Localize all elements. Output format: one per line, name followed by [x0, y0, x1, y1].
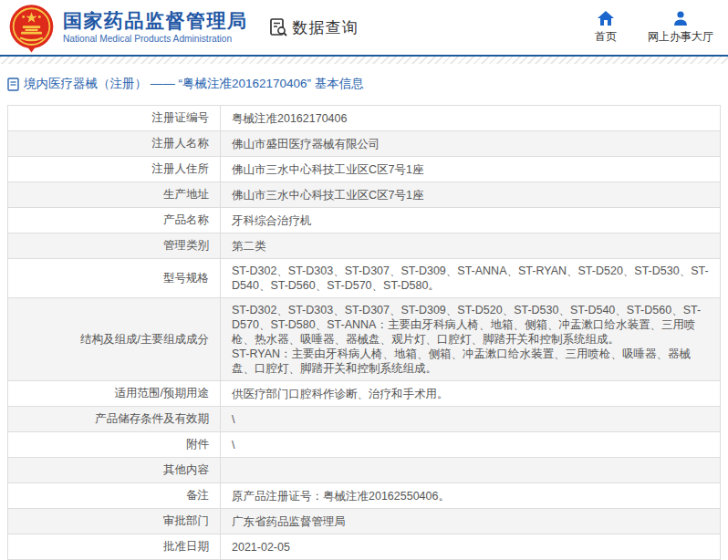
table-row: 注册人名称佛山市盛田医疗器械有限公司 — [8, 131, 721, 157]
row-label: 型号规格 — [8, 259, 221, 298]
agency-title: 国家药品监督管理局 — [63, 10, 248, 31]
table-row: 生产地址佛山市三水中心科技工业区C区7号1座 — [8, 182, 721, 208]
header-nav: 首页 网上办事大厅 — [595, 11, 728, 45]
nav-label-service-hall: 网上办事大厅 — [648, 29, 713, 45]
row-value — [221, 458, 721, 483]
data-query-section: 数据查询 — [268, 17, 359, 38]
nav-label-home: 首页 — [595, 29, 617, 45]
table-row: 适用范围/预期用途供医疗部门口腔科作诊断、治疗和手术用。 — [8, 381, 721, 407]
table-row: 附件\ — [8, 432, 721, 458]
registration-info-table: 注册证编号粤械注准20162170406注册人名称佛山市盛田医疗器械有限公司注册… — [7, 105, 721, 560]
row-label: 适用范围/预期用途 — [8, 381, 221, 407]
home-icon — [598, 11, 614, 26]
row-label: 附件 — [8, 432, 221, 458]
row-value: 2021-02-05 — [221, 534, 721, 560]
nav-item-service-hall[interactable]: 网上办事大厅 — [648, 11, 713, 45]
table-row: 其他内容 — [8, 458, 721, 483]
row-label: 产品名称 — [8, 208, 221, 233]
info-table-body: 注册证编号粤械注准20162170406注册人名称佛山市盛田医疗器械有限公司注册… — [8, 106, 721, 560]
site-header: 国家药品监督管理局 National Medical Products Admi… — [0, 0, 728, 57]
row-label: 产品储存条件及有效期 — [8, 407, 221, 432]
row-value: \ — [221, 407, 721, 432]
row-value: \ — [221, 432, 721, 458]
national-emblem-logo — [7, 2, 56, 53]
row-label: 批准日期 — [8, 534, 221, 560]
row-value: 佛山市盛田医疗器械有限公司 — [221, 131, 721, 157]
table-row: 审批部门广东省药品监督管理局 — [8, 509, 721, 534]
table-row: 管理类别第二类 — [8, 233, 721, 259]
row-label: 注册证编号 — [8, 106, 221, 131]
row-value: 原产品注册证号：粤械注准20162550406。 — [221, 483, 721, 509]
row-value: ST-D302、ST-D303、ST-D307、ST-D309、ST-ANNA、… — [221, 259, 721, 298]
document-icon — [7, 78, 19, 91]
row-label: 备注 — [8, 483, 221, 509]
row-label: 管理类别 — [8, 233, 221, 259]
row-value: 第二类 — [221, 233, 721, 259]
row-value: 广东省药品监督管理局 — [221, 509, 721, 534]
table-row: 批准日期2021-02-05 — [8, 534, 721, 560]
document-search-icon — [268, 17, 288, 37]
row-label: 审批部门 — [8, 509, 221, 534]
striped-divider — [0, 57, 728, 64]
row-label: 其他内容 — [8, 458, 221, 483]
row-value: 供医疗部门口腔科作诊断、治疗和手术用。 — [221, 381, 721, 407]
row-label: 结构及组成/主要组成成分 — [8, 298, 221, 381]
table-row: 产品储存条件及有效期\ — [8, 407, 721, 432]
table-row: 结构及组成/主要组成成分ST-D302、ST-D303、ST-D307、ST-D… — [8, 298, 721, 381]
breadcrumb: 境内医疗器械（注册） —— “粤械注准20162170406” 基本信息 — [0, 64, 728, 103]
row-value: ST-D302、ST-D303、ST-D307、ST-D309、ST-D520、… — [221, 298, 721, 381]
row-value: 佛山市三水中心科技工业区C区7号1座 — [221, 182, 721, 208]
user-icon — [672, 11, 689, 26]
row-value: 佛山市三水中心科技工业区C区7号1座 — [221, 157, 721, 182]
table-row: 备注原产品注册证号：粤械注准20162550406。 — [8, 483, 721, 509]
agency-subtitle: National Medical Products Administration — [63, 34, 248, 44]
row-label: 注册人名称 — [8, 131, 221, 157]
row-label: 注册人住所 — [8, 157, 221, 182]
row-label: 生产地址 — [8, 182, 221, 208]
breadcrumb-text: 境内医疗器械（注册） —— “粤械注准20162170406” 基本信息 — [24, 76, 364, 92]
table-row: 型号规格ST-D302、ST-D303、ST-D307、ST-D309、ST-A… — [8, 259, 721, 298]
row-value: 牙科综合治疗机 — [221, 208, 721, 233]
nav-item-home[interactable]: 首页 — [595, 11, 617, 45]
table-row: 产品名称牙科综合治疗机 — [8, 208, 721, 233]
row-value: 粤械注准20162170406 — [221, 106, 721, 131]
data-query-label: 数据查询 — [293, 17, 359, 38]
table-row: 注册人住所佛山市三水中心科技工业区C区7号1座 — [8, 157, 721, 182]
table-row: 注册证编号粤械注准20162170406 — [8, 106, 721, 131]
